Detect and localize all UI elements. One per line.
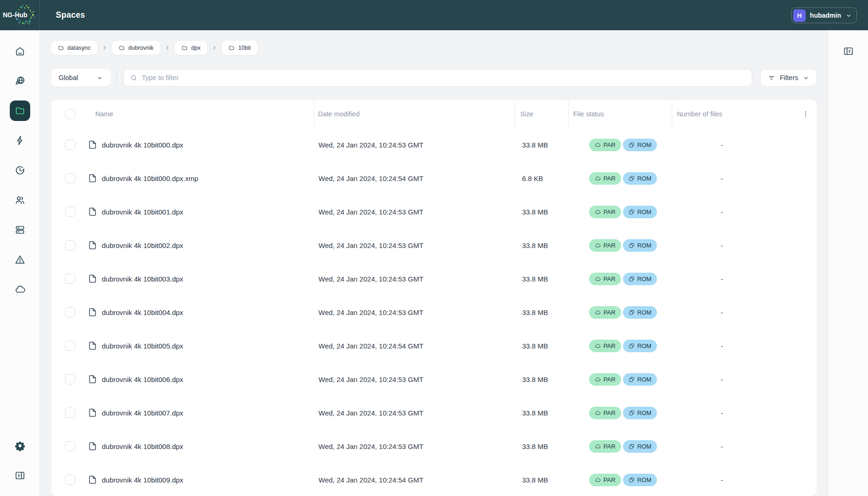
sidebar-item-activity[interactable] (10, 130, 30, 151)
row-checkbox[interactable] (65, 173, 75, 183)
sidebar-item-cloud[interactable] (10, 279, 30, 300)
cloud-icon (595, 142, 601, 148)
row-checkbox[interactable] (65, 374, 75, 384)
file-size: 33.8 MB (515, 476, 568, 484)
row-checkbox[interactable] (65, 408, 75, 418)
breadcrumb-chevron-icon (212, 45, 217, 51)
svg-text:NG-Hub: NG-Hub (3, 11, 27, 19)
sidebar-collapse-button[interactable] (10, 465, 30, 486)
ng-hub-logo[interactable]: NG-Hub (0, 0, 40, 30)
table-row[interactable]: dubrovnik 4k 10bit001.dpx Wed, 24 Jan 20… (51, 195, 817, 228)
file-status: PAR ROM (568, 440, 672, 453)
table-row[interactable]: dubrovnik 4k 10bit008.dpx Wed, 24 Jan 20… (51, 429, 817, 463)
file-name: dubrovnik 4k 10bit009.dpx (102, 476, 183, 484)
column-header-size[interactable]: Size (515, 100, 568, 128)
status-badge-rom: ROM (623, 273, 657, 285)
status-badge-par: PAR (589, 306, 621, 319)
column-header-number-of-files[interactable]: Number of files (672, 100, 800, 128)
chevron-down-icon (96, 74, 103, 81)
sidebar-item-history[interactable] (10, 160, 30, 181)
search-icon (130, 74, 138, 82)
status-badge-label: ROM (637, 275, 651, 282)
sidebar-item-alerts[interactable] (10, 249, 30, 270)
sidebar (0, 30, 40, 496)
breadcrumb-item-dpx[interactable]: dpx (175, 41, 207, 55)
row-checkbox[interactable] (65, 207, 75, 217)
column-header-date-modified[interactable]: Date modified (314, 100, 515, 128)
table-row[interactable]: dubrovnik 4k 10bit000.dpx Wed, 24 Jan 20… (51, 128, 817, 161)
table-row[interactable]: dubrovnik 4k 10bit002.dpx Wed, 24 Jan 20… (51, 228, 817, 262)
file-icon (87, 274, 98, 284)
filters-button[interactable]: Filters (760, 69, 817, 87)
file-size: 33.8 MB (515, 241, 568, 249)
user-menu[interactable]: H hubadmin (791, 7, 857, 23)
status-badge-label: PAR (603, 275, 616, 282)
row-checkbox[interactable] (65, 475, 75, 485)
date-modified: Wed, 24 Jan 2024, 10:24:53 GMT (314, 275, 515, 283)
right-rail (828, 30, 868, 496)
row-checkbox[interactable] (65, 274, 75, 284)
row-checkbox[interactable] (65, 140, 75, 150)
breadcrumb-item-dubrovnik[interactable]: dubrovnik (112, 41, 160, 55)
scope-select[interactable]: Global (51, 69, 111, 87)
status-badge-par: PAR (589, 340, 621, 352)
table-row[interactable]: dubrovnik 4k 10bit007.dpx Wed, 24 Jan 20… (51, 396, 817, 429)
breadcrumb-item-10bit[interactable]: 10bit (222, 41, 257, 55)
select-all-checkbox[interactable] (65, 109, 75, 119)
status-badge-rom: ROM (623, 139, 657, 151)
number-of-files: - (672, 476, 800, 484)
copy-icon (629, 443, 635, 449)
sidebar-item-home[interactable] (10, 41, 30, 61)
date-modified: Wed, 24 Jan 2024, 10:24:53 GMT (314, 442, 515, 450)
file-icon (87, 441, 98, 451)
panel-expand-button[interactable] (838, 41, 859, 61)
toolbar-divider (116, 72, 117, 83)
file-size: 33.8 MB (515, 208, 568, 216)
status-badge-label: PAR (603, 409, 616, 416)
breadcrumb-item-datasync[interactable]: datasync (51, 41, 97, 55)
table-row[interactable]: dubrovnik 4k 10bit009.dpx Wed, 24 Jan 20… (51, 463, 817, 496)
copy-icon (629, 309, 635, 315)
row-checkbox[interactable] (65, 341, 75, 351)
row-checkbox[interactable] (65, 307, 75, 317)
file-status: PAR ROM (568, 340, 672, 352)
table-row[interactable]: dubrovnik 4k 10bit005.dpx Wed, 24 Jan 20… (51, 329, 817, 362)
row-checkbox[interactable] (65, 240, 75, 250)
table-row[interactable]: dubrovnik 4k 10bit006.dpx Wed, 24 Jan 20… (51, 362, 817, 396)
status-badge-par: PAR (589, 139, 621, 151)
copy-icon (629, 276, 635, 282)
breadcrumb-chevron-icon (102, 45, 107, 51)
servers-icon (14, 224, 26, 235)
status-badge-label: ROM (637, 376, 651, 383)
sidebar-item-spaces[interactable] (10, 101, 30, 121)
cloud-icon (595, 276, 601, 282)
status-badge-par: PAR (589, 172, 621, 185)
cloud-icon (595, 175, 601, 181)
date-modified: Wed, 24 Jan 2024, 10:24:54 GMT (314, 174, 515, 182)
status-badge-label: PAR (603, 242, 616, 249)
status-badge-par: PAR (589, 373, 621, 386)
sidebar-item-settings[interactable] (10, 436, 30, 456)
breadcrumb-label: dubrovnik (128, 45, 153, 51)
file-name: dubrovnik 4k 10bit003.dpx (102, 275, 183, 283)
file-size: 33.8 MB (515, 275, 568, 283)
users-icon (14, 194, 26, 206)
file-size: 33.8 MB (515, 409, 568, 417)
folder-icon (14, 105, 26, 116)
file-name: dubrovnik 4k 10bit001.dpx (102, 208, 183, 216)
sidebar-item-discover[interactable] (10, 71, 30, 91)
sidebar-item-storage[interactable] (10, 220, 30, 240)
date-modified: Wed, 24 Jan 2024, 10:24:54 GMT (314, 342, 515, 350)
table-row[interactable]: dubrovnik 4k 10bit000.dpx.xmp Wed, 24 Ja… (51, 161, 817, 195)
status-badge-label: ROM (637, 208, 651, 215)
filter-input[interactable] (142, 74, 746, 81)
column-header-name[interactable]: Name (81, 100, 314, 128)
table-row[interactable]: dubrovnik 4k 10bit003.dpx Wed, 24 Jan 20… (51, 262, 817, 295)
column-header-file-status[interactable]: File status (568, 100, 672, 128)
row-checkbox[interactable] (65, 441, 75, 451)
table-row[interactable]: dubrovnik 4k 10bit004.dpx Wed, 24 Jan 20… (51, 295, 817, 329)
status-badge-rom: ROM (623, 474, 657, 486)
column-options-button[interactable] (800, 100, 817, 128)
sidebar-item-users[interactable] (10, 190, 30, 210)
cloud-icon (595, 309, 601, 315)
